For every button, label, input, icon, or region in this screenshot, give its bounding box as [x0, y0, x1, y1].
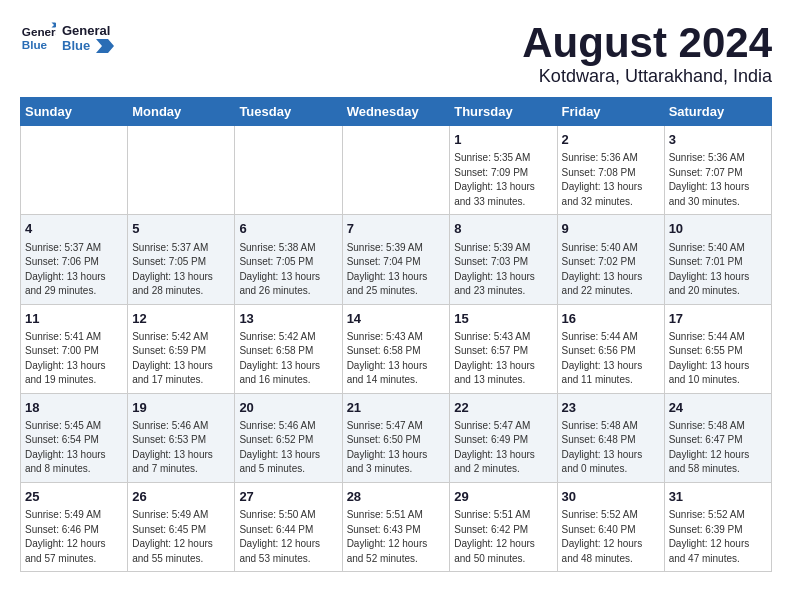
day-number: 25 — [25, 488, 123, 506]
calendar-subtitle: Kotdwara, Uttarakhand, India — [522, 66, 772, 87]
day-info: Sunrise: 5:49 AMSunset: 6:45 PMDaylight:… — [132, 508, 230, 566]
day-info: Sunrise: 5:47 AMSunset: 6:50 PMDaylight:… — [347, 419, 446, 477]
day-number: 5 — [132, 220, 230, 238]
calendar-cell: 1Sunrise: 5:35 AMSunset: 7:09 PMDaylight… — [450, 126, 557, 215]
day-number: 31 — [669, 488, 767, 506]
calendar-cell: 2Sunrise: 5:36 AMSunset: 7:08 PMDaylight… — [557, 126, 664, 215]
day-number: 13 — [239, 310, 337, 328]
day-info: Sunrise: 5:52 AMSunset: 6:40 PMDaylight:… — [562, 508, 660, 566]
weekday-header: Wednesday — [342, 98, 450, 126]
day-number: 10 — [669, 220, 767, 238]
svg-marker-3 — [96, 39, 114, 53]
day-number: 11 — [25, 310, 123, 328]
calendar-cell: 27Sunrise: 5:50 AMSunset: 6:44 PMDayligh… — [235, 482, 342, 571]
calendar-cell — [128, 126, 235, 215]
day-number: 27 — [239, 488, 337, 506]
day-number: 15 — [454, 310, 552, 328]
calendar-title: August 2024 — [522, 20, 772, 66]
calendar-header-row: SundayMondayTuesdayWednesdayThursdayFrid… — [21, 98, 772, 126]
logo-arrow-icon — [96, 39, 114, 53]
calendar-cell: 13Sunrise: 5:42 AMSunset: 6:58 PMDayligh… — [235, 304, 342, 393]
svg-text:Blue: Blue — [22, 38, 48, 51]
day-info: Sunrise: 5:37 AMSunset: 7:05 PMDaylight:… — [132, 241, 230, 299]
calendar-cell: 26Sunrise: 5:49 AMSunset: 6:45 PMDayligh… — [128, 482, 235, 571]
calendar-cell: 14Sunrise: 5:43 AMSunset: 6:58 PMDayligh… — [342, 304, 450, 393]
day-info: Sunrise: 5:38 AMSunset: 7:05 PMDaylight:… — [239, 241, 337, 299]
calendar-body: 1Sunrise: 5:35 AMSunset: 7:09 PMDaylight… — [21, 126, 772, 572]
weekday-header: Saturday — [664, 98, 771, 126]
calendar-cell: 3Sunrise: 5:36 AMSunset: 7:07 PMDaylight… — [664, 126, 771, 215]
day-number: 28 — [347, 488, 446, 506]
logo: General Blue General Blue — [20, 20, 114, 56]
calendar-cell: 10Sunrise: 5:40 AMSunset: 7:01 PMDayligh… — [664, 215, 771, 304]
day-number: 19 — [132, 399, 230, 417]
calendar-table: SundayMondayTuesdayWednesdayThursdayFrid… — [20, 97, 772, 572]
day-number: 14 — [347, 310, 446, 328]
day-info: Sunrise: 5:50 AMSunset: 6:44 PMDaylight:… — [239, 508, 337, 566]
day-info: Sunrise: 5:42 AMSunset: 6:59 PMDaylight:… — [132, 330, 230, 388]
weekday-header: Tuesday — [235, 98, 342, 126]
day-info: Sunrise: 5:37 AMSunset: 7:06 PMDaylight:… — [25, 241, 123, 299]
day-number: 16 — [562, 310, 660, 328]
day-number: 20 — [239, 399, 337, 417]
day-number: 26 — [132, 488, 230, 506]
weekday-header: Monday — [128, 98, 235, 126]
calendar-cell: 15Sunrise: 5:43 AMSunset: 6:57 PMDayligh… — [450, 304, 557, 393]
calendar-cell: 28Sunrise: 5:51 AMSunset: 6:43 PMDayligh… — [342, 482, 450, 571]
day-info: Sunrise: 5:43 AMSunset: 6:58 PMDaylight:… — [347, 330, 446, 388]
calendar-cell — [21, 126, 128, 215]
weekday-header: Friday — [557, 98, 664, 126]
calendar-cell: 21Sunrise: 5:47 AMSunset: 6:50 PMDayligh… — [342, 393, 450, 482]
calendar-header: General Blue General Blue August 2024 Ko… — [20, 20, 772, 87]
calendar-cell: 12Sunrise: 5:42 AMSunset: 6:59 PMDayligh… — [128, 304, 235, 393]
day-info: Sunrise: 5:44 AMSunset: 6:56 PMDaylight:… — [562, 330, 660, 388]
calendar-cell: 20Sunrise: 5:46 AMSunset: 6:52 PMDayligh… — [235, 393, 342, 482]
day-number: 8 — [454, 220, 552, 238]
logo-icon: General Blue — [20, 20, 56, 56]
day-number: 12 — [132, 310, 230, 328]
day-info: Sunrise: 5:52 AMSunset: 6:39 PMDaylight:… — [669, 508, 767, 566]
logo-general: General — [62, 23, 114, 38]
calendar-cell: 6Sunrise: 5:38 AMSunset: 7:05 PMDaylight… — [235, 215, 342, 304]
calendar-cell: 8Sunrise: 5:39 AMSunset: 7:03 PMDaylight… — [450, 215, 557, 304]
calendar-cell: 16Sunrise: 5:44 AMSunset: 6:56 PMDayligh… — [557, 304, 664, 393]
calendar-cell: 5Sunrise: 5:37 AMSunset: 7:05 PMDaylight… — [128, 215, 235, 304]
day-number: 6 — [239, 220, 337, 238]
day-info: Sunrise: 5:51 AMSunset: 6:42 PMDaylight:… — [454, 508, 552, 566]
calendar-cell: 22Sunrise: 5:47 AMSunset: 6:49 PMDayligh… — [450, 393, 557, 482]
day-number: 22 — [454, 399, 552, 417]
calendar-cell: 29Sunrise: 5:51 AMSunset: 6:42 PMDayligh… — [450, 482, 557, 571]
logo-blue: Blue — [62, 38, 114, 54]
day-number: 1 — [454, 131, 552, 149]
calendar-cell: 18Sunrise: 5:45 AMSunset: 6:54 PMDayligh… — [21, 393, 128, 482]
calendar-week-row: 25Sunrise: 5:49 AMSunset: 6:46 PMDayligh… — [21, 482, 772, 571]
day-info: Sunrise: 5:36 AMSunset: 7:07 PMDaylight:… — [669, 151, 767, 209]
day-number: 30 — [562, 488, 660, 506]
calendar-week-row: 4Sunrise: 5:37 AMSunset: 7:06 PMDaylight… — [21, 215, 772, 304]
day-info: Sunrise: 5:49 AMSunset: 6:46 PMDaylight:… — [25, 508, 123, 566]
calendar-cell: 4Sunrise: 5:37 AMSunset: 7:06 PMDaylight… — [21, 215, 128, 304]
day-info: Sunrise: 5:36 AMSunset: 7:08 PMDaylight:… — [562, 151, 660, 209]
weekday-header: Thursday — [450, 98, 557, 126]
day-number: 23 — [562, 399, 660, 417]
day-number: 2 — [562, 131, 660, 149]
weekday-header: Sunday — [21, 98, 128, 126]
calendar-cell: 9Sunrise: 5:40 AMSunset: 7:02 PMDaylight… — [557, 215, 664, 304]
svg-text:General: General — [22, 25, 56, 38]
calendar-week-row: 1Sunrise: 5:35 AMSunset: 7:09 PMDaylight… — [21, 126, 772, 215]
title-area: August 2024 Kotdwara, Uttarakhand, India — [522, 20, 772, 87]
day-info: Sunrise: 5:43 AMSunset: 6:57 PMDaylight:… — [454, 330, 552, 388]
day-info: Sunrise: 5:39 AMSunset: 7:04 PMDaylight:… — [347, 241, 446, 299]
calendar-cell: 17Sunrise: 5:44 AMSunset: 6:55 PMDayligh… — [664, 304, 771, 393]
day-info: Sunrise: 5:35 AMSunset: 7:09 PMDaylight:… — [454, 151, 552, 209]
calendar-cell: 7Sunrise: 5:39 AMSunset: 7:04 PMDaylight… — [342, 215, 450, 304]
day-info: Sunrise: 5:51 AMSunset: 6:43 PMDaylight:… — [347, 508, 446, 566]
day-number: 18 — [25, 399, 123, 417]
day-info: Sunrise: 5:46 AMSunset: 6:52 PMDaylight:… — [239, 419, 337, 477]
day-number: 7 — [347, 220, 446, 238]
calendar-cell: 25Sunrise: 5:49 AMSunset: 6:46 PMDayligh… — [21, 482, 128, 571]
day-number: 21 — [347, 399, 446, 417]
calendar-cell: 24Sunrise: 5:48 AMSunset: 6:47 PMDayligh… — [664, 393, 771, 482]
day-info: Sunrise: 5:48 AMSunset: 6:47 PMDaylight:… — [669, 419, 767, 477]
calendar-cell: 30Sunrise: 5:52 AMSunset: 6:40 PMDayligh… — [557, 482, 664, 571]
